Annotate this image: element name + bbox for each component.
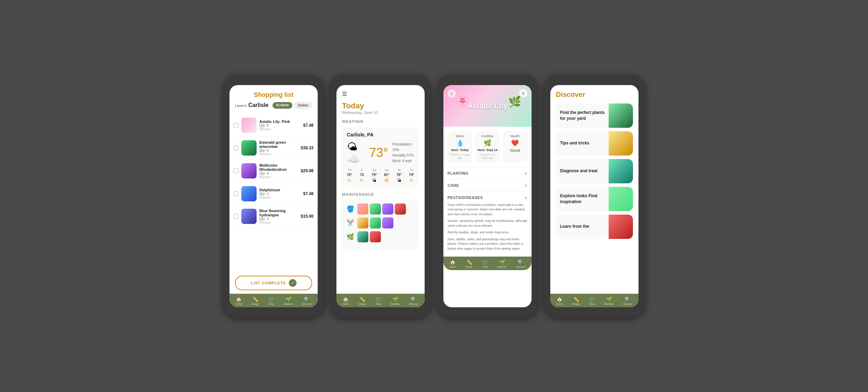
item-remove[interactable]: Remove: [259, 221, 298, 224]
item-name: Delphinium: [259, 188, 300, 192]
discover-card-explore[interactable]: Explore looks Find inspiration: [556, 187, 633, 211]
item-info: Delphinium Qty: 2 Remove: [259, 188, 300, 199]
phone-1: Shopping list Lowe's Carlisle In-store O…: [223, 75, 324, 318]
nav-home-label: Home: [235, 303, 242, 305]
forecast-icon-mon: 🌤: [397, 178, 401, 183]
forecast-tue: Tu 79° ⛅: [409, 168, 414, 183]
nav-design[interactable]: ✏️ Design: [358, 297, 366, 305]
screen-4: Discover Find the perfect plants for you…: [550, 85, 639, 307]
forecast-sun: Su 81° ☀️: [384, 168, 389, 183]
plant-title: Asiatic Lily: [467, 101, 508, 110]
item-remove[interactable]: Remove: [259, 196, 300, 199]
nav-maintain[interactable]: 🌱 Maintain: [498, 259, 507, 268]
today-title: Today: [342, 101, 419, 110]
nav-discover-label: Discover: [516, 266, 525, 268]
item-checkbox[interactable]: [234, 145, 239, 150]
discover-label-explore: Explore looks Find inspiration: [560, 193, 605, 205]
item-remove[interactable]: Remove: [259, 152, 298, 156]
discover-card-diagnose[interactable]: Diagnose and treat: [556, 159, 633, 183]
discover-card-learn[interactable]: Learn from the: [556, 215, 633, 239]
add-plant-button[interactable]: +: [519, 89, 527, 98]
shopping-list-title: Shopping list: [235, 91, 312, 99]
item-remove[interactable]: Remove: [259, 175, 298, 179]
item-checkbox[interactable]: [234, 168, 239, 173]
discover-card-image: [609, 187, 633, 211]
watering-can-icon: 🪣: [346, 205, 354, 213]
tab-instore[interactable]: In-store: [273, 102, 292, 109]
item-checkbox[interactable]: [234, 214, 239, 219]
water-prev: Previous: 2 days ago: [450, 153, 470, 159]
forecast-sat: Sa 79° 🌤: [372, 168, 377, 183]
phone-2: ☰ Today Wednesday, June 10 WEATHER Carli…: [330, 75, 431, 318]
nav-maintain[interactable]: 🌱 Maintain: [604, 297, 614, 305]
screen-2: ☰ Today Wednesday, June 10 WEATHER Carli…: [336, 85, 425, 307]
nav-home[interactable]: 🏠 Home: [342, 297, 349, 305]
chevron-down-icon: ∨: [524, 171, 527, 176]
nav-shop[interactable]: 🛒 Shop: [268, 297, 274, 305]
nav-home-label: Home: [342, 303, 349, 305]
list-complete-button[interactable]: LIST COMPLETE ✓: [235, 276, 312, 290]
planting-header[interactable]: PLANTING ∨: [448, 171, 527, 176]
maintain-icon: 🌱: [499, 259, 505, 265]
nav-design[interactable]: ✏️ Design: [465, 259, 473, 268]
nav-shop[interactable]: 🛒 Shop: [482, 259, 488, 268]
weather-main: 🌤☁️ 73° Precipitation: 10% Humidity 57% …: [347, 141, 414, 165]
pests-paragraph-4: Deer, rabbits, voles, and groundhogs may…: [448, 237, 527, 251]
nav-maintain[interactable]: 🌱 Maintain: [391, 297, 400, 305]
health-icon: ❤️: [511, 139, 519, 147]
discover-card-tips[interactable]: Tips and tricks: [556, 131, 633, 156]
home-icon: 🏠: [343, 297, 349, 302]
nav-discover[interactable]: 🔍 Discover: [516, 259, 525, 268]
care-cards: Water 💧 Next: Today Previous: 2 days ago…: [443, 127, 532, 167]
chevron-up-icon: ∧: [524, 195, 527, 200]
pruner-icon: ✂️: [346, 219, 354, 227]
item-remove[interactable]: Remove: [259, 127, 300, 131]
nav-design-label: Design: [572, 303, 580, 305]
item-price: $7.48: [303, 191, 314, 196]
weather-icon: 🌤☁️: [347, 141, 365, 165]
nav-discover[interactable]: 🔍 Discover: [409, 297, 418, 305]
water-label: Water: [456, 134, 464, 138]
discover-card-plants[interactable]: Find the perfect plants for your yard: [556, 103, 633, 128]
nav-home[interactable]: 🏠 Home: [449, 259, 456, 268]
maint-images-prune: [357, 217, 393, 228]
weather-heading: WEATHER: [342, 119, 419, 124]
back-button[interactable]: ‹: [448, 89, 456, 98]
item-checkbox[interactable]: [234, 123, 239, 128]
item-checkbox[interactable]: [234, 191, 239, 196]
maint-images-water: [357, 203, 406, 215]
nav-discover[interactable]: 🔍 Discover: [623, 297, 632, 305]
hamburger-menu-icon[interactable]: ☰: [342, 91, 419, 97]
humidity: Humidity 57%: [392, 153, 414, 158]
bottom-nav-2: 🏠 Home ✏️ Design 🛒 Shop 🌱 Maintain 🔍: [336, 294, 425, 307]
phone-4: Discover Find the perfect plants for you…: [544, 75, 645, 318]
discover-card-image: [609, 131, 633, 156]
item-qty: Qty: 4: [259, 172, 298, 175]
bottom-nav-3: 🏠 Home ✏️ Design 🛒 Shop 🌱 Maintain 🔍: [443, 257, 532, 270]
chevron-down-icon: ∨: [524, 183, 527, 188]
pests-title: PESTS/DISEASES: [448, 195, 483, 200]
nav-shop[interactable]: 🛒 Shop: [589, 297, 595, 305]
nav-home[interactable]: 🏠 Home: [235, 297, 242, 305]
store-info: Lowe's Carlisle: [235, 102, 268, 108]
nav-maintain[interactable]: 🌱 Maintain: [284, 297, 293, 305]
nav-design[interactable]: ✏️ Design: [251, 297, 259, 305]
home-icon: 🏠: [236, 297, 242, 302]
forecast-icon-thu: ⛅: [347, 178, 352, 183]
nav-shop-label: Shop: [482, 266, 488, 268]
health-card: Health ❤️ Good: [503, 131, 527, 163]
pests-header[interactable]: PESTS/DISEASES ∧: [448, 195, 527, 200]
forecast-mon: M 78° 🌤: [397, 168, 402, 183]
store-tabs: In-store Online: [273, 102, 312, 109]
tab-online[interactable]: Online: [294, 102, 312, 109]
nav-design[interactable]: ✏️ Design: [572, 297, 580, 305]
nav-home[interactable]: 🏠 Home: [556, 297, 563, 305]
shop-icon: 🛒: [375, 297, 381, 302]
maint-images-other: [357, 231, 381, 242]
nav-discover[interactable]: 🔍 Discover: [302, 297, 311, 305]
item-image: [241, 118, 257, 133]
screen1-header: Shopping list Lowe's Carlisle In-store O…: [229, 85, 318, 114]
water-icon: 💧: [456, 139, 464, 147]
care-header[interactable]: CARE ∨: [448, 183, 527, 188]
nav-shop[interactable]: 🛒 Shop: [375, 297, 381, 305]
